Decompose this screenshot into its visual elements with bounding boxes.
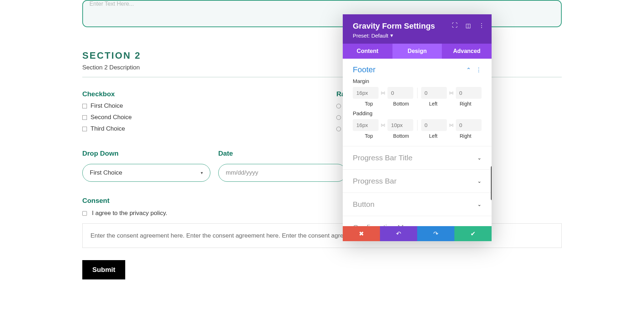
dropdown-label: Drop Down	[82, 150, 210, 157]
textarea-placeholder: Enter Text Here...	[89, 1, 134, 7]
chevron-up-icon[interactable]: ⌃	[466, 67, 471, 73]
tab-design[interactable]: Design	[392, 44, 442, 59]
link-icon[interactable]: ⋈	[448, 90, 455, 96]
section-progress-bar[interactable]: Progress Bar⌄	[343, 170, 492, 193]
link-icon[interactable]: ⋈	[379, 90, 387, 96]
checkbox-field-label: Checkbox	[82, 90, 132, 98]
close-icon: ✖	[359, 230, 364, 238]
check-icon: ✔	[470, 230, 475, 238]
dropdown-input[interactable]: First Choice ▾	[82, 164, 210, 182]
more-icon[interactable]: ⋮	[479, 22, 484, 29]
dropdown-value: First Choice	[90, 169, 122, 176]
section-progress-bar-title[interactable]: Progress Bar Title⌄	[343, 146, 492, 170]
section-more-icon[interactable]: ⋮	[476, 67, 482, 73]
undo-icon: ↶	[396, 230, 401, 238]
tab-content[interactable]: Content	[343, 44, 392, 59]
date-label: Date	[218, 150, 346, 157]
redo-button[interactable]: ↷	[417, 226, 454, 241]
tab-advanced[interactable]: Advanced	[442, 44, 492, 59]
chevron-down-icon: ⌄	[477, 201, 482, 207]
padding-top-input[interactable]	[353, 119, 379, 131]
settings-panel: Gravity Form Settings Preset: Default▾ ⛶…	[343, 14, 492, 241]
chevron-down-icon: ⌄	[477, 225, 482, 226]
columns-icon[interactable]: ◫	[465, 22, 471, 29]
margin-left-input[interactable]	[421, 87, 447, 99]
date-placeholder: mm/dd/yyyy	[226, 169, 258, 176]
checkbox-input[interactable]	[82, 127, 87, 131]
padding-bottom-input[interactable]	[387, 119, 413, 131]
section-confirmation[interactable]: Confirmation Message⌄	[343, 216, 492, 226]
checkbox-input[interactable]	[82, 115, 87, 120]
redo-icon: ↷	[433, 230, 438, 238]
caret-down-icon: ▾	[390, 32, 393, 39]
save-button[interactable]: ✔	[454, 226, 492, 241]
consent-text: I agree to the privacy policy.	[92, 210, 167, 217]
section-footer-title[interactable]: Footer	[353, 65, 376, 74]
radio-input[interactable]	[336, 115, 341, 120]
panel-preset[interactable]: Preset: Default▾	[353, 32, 482, 39]
radio-input[interactable]	[336, 104, 341, 108]
chevron-down-icon: ⌄	[477, 155, 482, 161]
undo-button[interactable]: ↶	[380, 226, 417, 241]
margin-bottom-input[interactable]	[387, 87, 413, 99]
panel-header[interactable]: Gravity Form Settings Preset: Default▾ ⛶…	[343, 14, 492, 44]
consent-checkbox[interactable]	[82, 211, 87, 216]
link-icon[interactable]: ⋈	[379, 122, 387, 128]
padding-label: Padding	[353, 110, 482, 116]
scrollbar[interactable]	[491, 166, 492, 200]
checkbox-label: Second Choice	[91, 114, 132, 121]
cancel-button[interactable]: ✖	[343, 226, 380, 241]
margin-top-input[interactable]	[353, 87, 379, 99]
padding-right-input[interactable]	[456, 119, 482, 131]
checkbox-label: First Choice	[91, 102, 123, 109]
checkbox-label: Third Choice	[91, 125, 125, 132]
chevron-down-icon: ⌄	[477, 178, 482, 184]
submit-label: Submit	[92, 266, 115, 273]
margin-label: Margin	[353, 78, 482, 84]
submit-button[interactable]: Submit	[82, 260, 125, 279]
chevron-down-icon: ▾	[201, 170, 203, 175]
section-button[interactable]: Button⌄	[343, 193, 492, 216]
margin-right-input[interactable]	[456, 87, 482, 99]
radio-input[interactable]	[336, 127, 341, 131]
expand-icon[interactable]: ⛶	[452, 22, 458, 29]
checkbox-input[interactable]	[82, 104, 87, 108]
date-input[interactable]: mm/dd/yyyy	[218, 164, 346, 182]
padding-left-input[interactable]	[421, 119, 447, 131]
link-icon[interactable]: ⋈	[448, 122, 455, 128]
